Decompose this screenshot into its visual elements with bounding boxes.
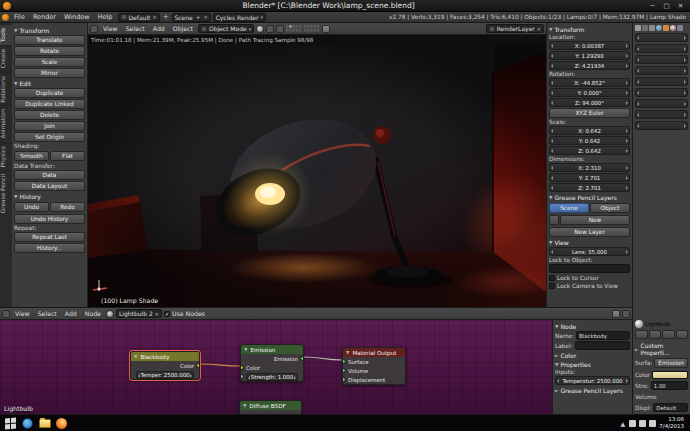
scene-close-icon[interactable]: ✕	[203, 14, 207, 20]
material-browse-button[interactable]	[635, 330, 648, 339]
property-slider-9[interactable]	[635, 121, 688, 130]
rotation-x-field[interactable]: X: -44.852°	[549, 78, 630, 87]
scale-button[interactable]: Scale	[14, 57, 85, 67]
render-tab-icon[interactable]	[635, 25, 641, 31]
repeat-last-button[interactable]: Repeat Last	[14, 232, 85, 242]
blackbody-temperature-field[interactable]: Temper: 2500.000	[136, 371, 194, 379]
add-scene-icon[interactable]: +	[195, 14, 202, 20]
scale-z-field[interactable]: Z: 0.642	[549, 146, 630, 155]
collapse-icon[interactable]: ▼	[244, 347, 247, 352]
material-tab-icon[interactable]	[670, 25, 676, 31]
scene-select[interactable]: Scene + ✕	[172, 13, 211, 22]
socket-strength-input[interactable]	[240, 374, 244, 379]
network-icon[interactable]	[639, 420, 646, 427]
scene-tab-icon[interactable]	[649, 25, 655, 31]
toolshelf-tab-tools[interactable]: Tools	[0, 24, 12, 45]
use-nodes-checkbox[interactable]: ✓	[164, 311, 170, 317]
scale-x-field[interactable]: X: 0.642	[549, 126, 630, 135]
property-slider-1[interactable]	[635, 33, 688, 42]
node-gp-section[interactable]: ►Grease Pencil Layers	[555, 387, 630, 394]
world-tab-icon[interactable]	[656, 25, 662, 31]
node-diffuse-header[interactable]: ▼ Diffuse BSDF	[240, 401, 301, 410]
node-emission[interactable]: ▼ Emission Emission Color	[240, 344, 304, 382]
node-menu-node[interactable]: Node	[82, 310, 104, 317]
rotation-y-field[interactable]: Y: 0.000°	[549, 88, 630, 97]
taskbar-clock[interactable]: 13:06 7/4/2013	[659, 416, 686, 430]
render-layers-tab-icon[interactable]	[642, 25, 648, 31]
property-slider-2[interactable]	[635, 44, 688, 53]
toolshelf-tab-animation[interactable]: Animation	[0, 105, 12, 142]
maximize-button[interactable]: □	[660, 1, 673, 11]
set-origin-button[interactable]: Set Origin	[14, 132, 85, 142]
node-properties-section[interactable]: ▼Properties	[555, 361, 630, 368]
property-slider-6[interactable]	[635, 88, 688, 97]
viewport-menu-select[interactable]: Select	[123, 25, 148, 32]
lens-field[interactable]: Lens: 35.000	[549, 247, 630, 256]
translate-button[interactable]: Translate	[14, 35, 85, 45]
mirror-button[interactable]: Mirror	[14, 68, 85, 78]
pivot-center-icon[interactable]	[266, 25, 274, 33]
collapse-icon[interactable]: ▼	[346, 350, 349, 355]
property-slider-5[interactable]	[635, 77, 688, 86]
gp-scene-toggle[interactable]: Scene	[549, 203, 589, 213]
strength-field[interactable]: 1.00	[651, 381, 688, 390]
modifiers-tab-icon[interactable]	[677, 25, 683, 31]
start-button[interactable]	[4, 417, 17, 430]
node-material-output[interactable]: ▼ Material Output Surface Volume	[342, 347, 406, 385]
menu-help[interactable]: Help	[95, 13, 116, 21]
property-slider-8[interactable]	[635, 110, 688, 119]
viewport-shading-icon[interactable]	[256, 25, 264, 33]
lock-to-cursor-row[interactable]: Lock to Cursor	[549, 275, 630, 281]
flat-button[interactable]: Flat	[50, 151, 85, 161]
material-type-icon[interactable]	[106, 310, 114, 318]
gp-draw-icon-button[interactable]	[549, 215, 559, 225]
rotate-button[interactable]: Rotate	[14, 46, 85, 56]
displacement-field[interactable]: Default	[653, 403, 688, 412]
close-button[interactable]: ✕	[674, 1, 687, 11]
node-menu-select[interactable]: Select	[35, 310, 60, 317]
delete-button[interactable]: Delete	[14, 110, 85, 120]
material-slot-row[interactable]: Lightbulb	[635, 319, 688, 328]
blender-menu-icon[interactable]	[2, 14, 9, 21]
editor-type-icon[interactable]	[90, 25, 98, 33]
smooth-button[interactable]: Smooth	[14, 151, 49, 161]
socket-emission-output[interactable]	[300, 356, 304, 361]
socket-volume-input[interactable]	[342, 368, 346, 373]
panel-edit[interactable]: ▼Edit	[14, 80, 85, 87]
node-diffuse-bsdf[interactable]: ▼ Diffuse BSDF	[239, 400, 302, 414]
viewport-menu-view[interactable]: View	[100, 25, 121, 32]
socket-color-output[interactable]	[196, 363, 200, 368]
duplicate-button[interactable]: Duplicate	[14, 88, 85, 98]
render-engine-select[interactable]: Cycles Render ▾	[213, 13, 266, 22]
taskbar-firefox[interactable]	[55, 417, 68, 430]
location-z-field[interactable]: Z: 4.21934	[549, 61, 630, 70]
node-material-output-header[interactable]: ▼ Material Output	[343, 348, 405, 357]
screen-layout-close-icon[interactable]: ✕	[152, 14, 156, 20]
material-datablock-select[interactable]: Lightbulb 2 ✕	[116, 309, 162, 318]
use-nodes-row[interactable]: ✓ Use Nodes	[164, 310, 205, 317]
toolshelf-tab-grease-pencil[interactable]: Grease Pencil	[0, 170, 12, 216]
volume-icon[interactable]	[649, 420, 656, 427]
grease-pencil-layers-header[interactable]: ▼Grease Pencil Layers	[549, 194, 630, 201]
gp-new-button[interactable]: New	[560, 215, 630, 225]
location-y-field[interactable]: Y: 1.29290	[549, 51, 630, 60]
lock-camera-checkbox[interactable]	[549, 283, 555, 289]
node-blackbody-header[interactable]: ▼ Blackbody	[131, 352, 199, 361]
data-layout-button[interactable]: Data Layout	[14, 181, 85, 191]
data-button[interactable]: Data	[14, 170, 85, 180]
menu-file[interactable]: File	[11, 13, 28, 21]
menu-window[interactable]: Window	[61, 13, 93, 21]
rotation-z-field[interactable]: Z: 94.000°	[549, 98, 630, 107]
socket-surface-input[interactable]	[342, 359, 346, 364]
render-layer-close-icon[interactable]: ✕	[537, 26, 541, 32]
material-fake-user-button[interactable]	[676, 330, 689, 339]
material-unlink-icon[interactable]: ✕	[155, 311, 159, 317]
collapse-icon[interactable]: ▼	[134, 354, 137, 359]
snap-icon[interactable]	[322, 25, 330, 33]
layer-grid-left[interactable]	[286, 25, 302, 32]
dimensions-y-field[interactable]: Y: 2.701	[549, 173, 630, 182]
toolshelf-tab-relations[interactable]: Relations	[0, 72, 12, 106]
tray-expand-icon[interactable]: ▲	[619, 420, 626, 427]
join-button[interactable]: Join	[14, 121, 85, 131]
npanel-view-header[interactable]: ▼View	[549, 239, 630, 246]
